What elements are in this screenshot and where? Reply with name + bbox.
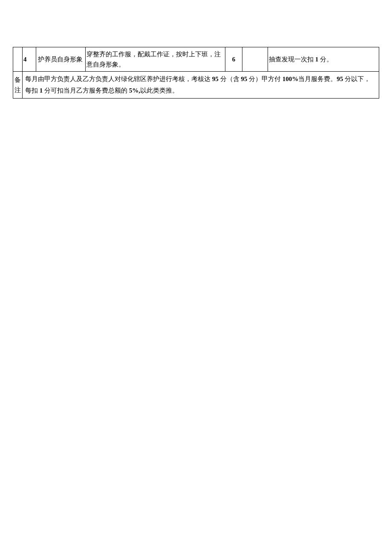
cell-item: 护养员自身形象 <box>36 47 86 72</box>
note-content-cell: 每月由甲方负责人及乙方负责人对绿化辖区养护进行考核，考核达 95 分（含 95 … <box>23 72 379 99</box>
cell-blank <box>13 47 23 72</box>
cell-num: 4 <box>23 47 36 72</box>
table-row: 4 护养员自身形象 穿整齐的工作服，配戴工作证，按时上下班，注意自身形象。 6 … <box>13 47 379 72</box>
cell-blank2 <box>242 47 268 72</box>
note-label-cell: 备注 <box>13 72 23 99</box>
note-row: 备注 每月由甲方负责人及乙方负责人对绿化辖区养护进行考核，考核达 95 分（含 … <box>13 72 379 99</box>
cell-deduction: 抽查发现一次扣 1 分。 <box>268 47 379 72</box>
assessment-table: 4 护养员自身形象 穿整齐的工作服，配戴工作证，按时上下班，注意自身形象。 6 … <box>13 47 379 99</box>
cell-score: 6 <box>225 47 242 72</box>
cell-desc: 穿整齐的工作服，配戴工作证，按时上下班，注意自身形象。 <box>86 47 225 72</box>
